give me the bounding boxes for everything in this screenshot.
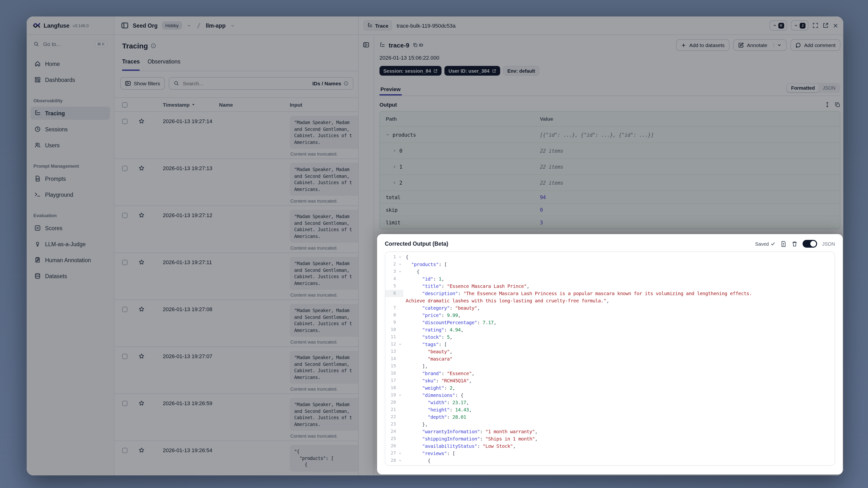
line-number: 4 [385, 275, 397, 282]
fold-chevron-icon[interactable] [397, 450, 403, 457]
code-line: 2 "products": [ [385, 261, 835, 268]
fold-gutter [397, 363, 403, 370]
code-text: "shippingInformation": "Ships in 1 month… [403, 435, 537, 443]
code-text: ], [403, 363, 428, 370]
token-p [406, 414, 428, 420]
token-p: , [527, 283, 529, 289]
line-number: 26 [385, 443, 397, 450]
token-s: "Ships in 1 month" [485, 436, 535, 441]
toggle-knob [811, 241, 816, 247]
code-line: 15 ], [385, 363, 835, 370]
code-line: 5 "title": "Essence Mascara Lash Prince"… [385, 282, 835, 290]
line-number: 1 [385, 253, 397, 261]
fold-chevron-icon[interactable] [397, 253, 403, 261]
fold-gutter [397, 399, 403, 406]
token-p: : [447, 414, 453, 420]
token-p [406, 334, 422, 340]
token-p [406, 291, 422, 296]
fold-chevron-icon[interactable] [397, 457, 403, 464]
token-k: "title" [422, 283, 441, 289]
token-p [406, 349, 428, 354]
fold-gutter [397, 377, 403, 384]
fold-gutter [397, 435, 403, 443]
token-p: , [466, 400, 469, 405]
code-text: }, [403, 421, 428, 428]
json-toggle[interactable] [803, 240, 817, 248]
line-number: 3 [385, 268, 397, 275]
token-s: "Essence Mascara Lash Prince" [447, 283, 527, 289]
fold-chevron-icon[interactable] [397, 268, 403, 275]
code-text: "title": "Essence Mascara Lash Prince", [403, 282, 529, 290]
token-p [406, 444, 422, 449]
file-diff-icon[interactable] [780, 241, 787, 247]
code-text: "mascara" [403, 355, 453, 363]
fold-gutter [397, 384, 403, 392]
code-text: "price": 9.99, [403, 312, 461, 319]
line-number: 7 [385, 304, 397, 312]
code-text: "depth": 28.01 [403, 414, 466, 421]
token-s: "beauty" [428, 349, 450, 354]
token-s: "Low Stock" [483, 444, 513, 449]
code-line: 1{ [385, 253, 835, 261]
fold-gutter [397, 319, 403, 326]
token-k: "tags" [422, 342, 439, 347]
fold-gutter [397, 348, 403, 355]
token-p: , [535, 436, 537, 441]
token-k: "discountPercentage" [422, 320, 477, 325]
line-number: 17 [385, 377, 397, 384]
token-p [406, 451, 422, 456]
code-line: 26 "availabilityStatus": "Low Stock", [385, 443, 835, 450]
code-text: "rating": 4.94, [403, 326, 463, 333]
token-p: , [535, 429, 537, 434]
line-number: 15 [385, 363, 397, 370]
fold-chevron-icon[interactable] [397, 341, 403, 348]
code-text: "tags": [ [403, 341, 447, 348]
token-p: , [458, 312, 461, 318]
code-line: 27 "reviews": [ [385, 450, 835, 457]
json-toggle-label: JSON [822, 241, 835, 246]
token-p: : [477, 444, 483, 449]
token-p [406, 327, 422, 332]
token-p: : [433, 276, 439, 281]
code-text: { [403, 253, 408, 261]
fold-chevron-icon[interactable] [397, 261, 403, 268]
token-p: , [513, 444, 516, 449]
line-number: 10 [385, 326, 397, 333]
line-number: 24 [385, 428, 397, 435]
token-k: "rating" [422, 327, 444, 332]
token-p [406, 342, 422, 347]
token-p: }, [406, 422, 428, 427]
app-window: Langfuse v3.146.0 Go to... ⌘ K HomeDashb… [27, 17, 843, 476]
fold-gutter [397, 333, 403, 341]
token-p: : [447, 400, 453, 405]
token-p: , [494, 320, 496, 325]
token-s: "Essence" [447, 371, 471, 376]
token-n: 23.17 [453, 400, 466, 405]
fold-gutter [397, 414, 403, 421]
fold-gutter [397, 443, 403, 450]
code-text: "id": 1, [403, 275, 444, 282]
trash-icon[interactable] [792, 241, 798, 247]
code-line: 13 "beauty", [385, 348, 835, 355]
code-line: 3 { [385, 268, 835, 275]
line-number: 5 [385, 282, 397, 290]
token-k: "id" [422, 276, 433, 281]
code-text: "discountPercentage": 7.17, [403, 319, 496, 326]
check-icon [771, 241, 776, 246]
line-number: 27 [385, 450, 397, 457]
line-number: 20 [385, 399, 397, 406]
token-k: "dimensions" [422, 393, 455, 398]
line-number: 22 [385, 414, 397, 421]
line-number: 21 [385, 406, 397, 414]
screen: Langfuse v3.146.0 Go to... ⌘ K HomeDashb… [0, 0, 868, 488]
token-p [406, 312, 422, 318]
line-number: 16 [385, 370, 397, 377]
token-p: , [469, 407, 471, 413]
json-editor[interactable]: 1{2 "products": [3 {4 "id": 1,5 "title":… [385, 251, 835, 466]
code-text: "brand": "Essence", [403, 370, 474, 377]
token-p [406, 378, 422, 383]
code-text: "description": "The Essence Mascara Lash… [403, 290, 752, 297]
fold-chevron-icon[interactable] [397, 392, 403, 399]
line-number: 19 [385, 392, 397, 399]
token-k: "warrantyInformation" [422, 429, 480, 434]
